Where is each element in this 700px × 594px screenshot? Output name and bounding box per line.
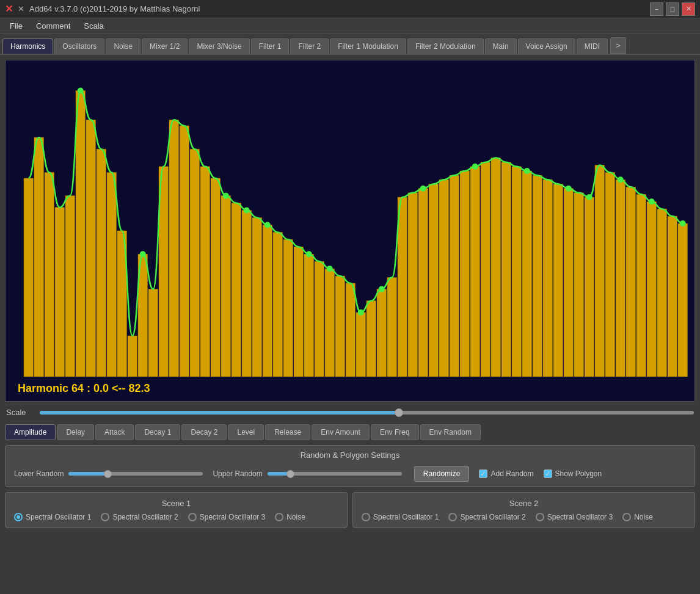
scene1-option-1[interactable]: Spectral Oscillator 2: [101, 513, 178, 521]
tab-midi[interactable]: MIDI: [577, 38, 608, 54]
show-polygon-group: ✓ Show Polygon: [544, 469, 602, 478]
scene2-option-2[interactable]: Spectral Oscillator 3: [536, 513, 613, 521]
show-polygon-label: Show Polygon: [555, 469, 602, 478]
bottom-tab-level[interactable]: Level: [228, 424, 264, 440]
upper-random-slider[interactable]: [268, 472, 402, 476]
scene2-label-2: Spectral Oscillator 3: [547, 513, 613, 521]
show-polygon-checkbox[interactable]: ✓: [544, 469, 552, 478]
lower-random-group: Lower Random: [14, 469, 203, 478]
scene2-box: Scene 2 Spectral Oscillator 1 Spectral O…: [352, 492, 695, 528]
bottom-tab-env-amount[interactable]: Env Amount: [312, 424, 370, 440]
scene1-label-3: Noise: [286, 513, 305, 521]
menu-file[interactable]: File: [4, 20, 29, 32]
scale-row: Scale: [5, 405, 695, 419]
tab-mixer-3noise[interactable]: Mixer 3/Noise: [189, 38, 249, 54]
scene2-label-0: Spectral Oscillator 1: [373, 513, 439, 521]
scene1-radio-2[interactable]: [188, 513, 197, 521]
bottom-tab-decay1[interactable]: Decay 1: [135, 424, 180, 440]
titlebar-controls: − □ ✕: [650, 2, 695, 16]
scene1-options: Spectral Oscillator 1 Spectral Oscillato…: [14, 513, 338, 521]
tab-filter2[interactable]: Filter 2: [290, 38, 329, 54]
main-content: Harmonic 64 : 0.0 <-- 82.3 Scale Amplitu…: [0, 55, 700, 533]
random-settings: Random & Polygon Settings Lower Random U…: [5, 445, 695, 487]
tab-mixer-12[interactable]: Mixer 1/2: [142, 38, 188, 54]
scene2-option-1[interactable]: Spectral Oscillator 2: [448, 513, 525, 521]
bottom-tabbar: Amplitude Delay Attack Decay 1 Decay 2 L…: [5, 424, 695, 440]
scale-slider[interactable]: [40, 411, 694, 415]
tab-noise[interactable]: Noise: [106, 38, 140, 54]
bottom-tab-attack[interactable]: Attack: [95, 424, 134, 440]
scene1-label-1: Spectral Oscillator 2: [112, 513, 178, 521]
tab-oscillators[interactable]: Oscillators: [54, 38, 104, 54]
scale-label: Scale: [6, 408, 34, 417]
bottom-tab-decay2[interactable]: Decay 2: [181, 424, 227, 440]
tab-voice-assign[interactable]: Voice Assign: [518, 38, 575, 54]
scene1-box: Scene 1 Spectral Oscillator 1 Spectral O…: [5, 492, 348, 528]
scene1-label-2: Spectral Oscillator 3: [200, 513, 265, 521]
close-button[interactable]: ✕: [682, 2, 695, 16]
scene1-radio-1[interactable]: [101, 513, 109, 521]
upper-random-group: Upper Random: [213, 469, 401, 478]
scene2-label-1: Spectral Oscillator 2: [460, 513, 525, 521]
tab-main[interactable]: Main: [485, 38, 517, 54]
menu-comment[interactable]: Comment: [30, 20, 76, 32]
scene1-option-0[interactable]: Spectral Oscillator 1: [14, 513, 91, 521]
app-logo: ✕: [5, 3, 13, 15]
lower-random-label: Lower Random: [14, 469, 64, 478]
titlebar-close-x[interactable]: ✕: [18, 4, 24, 13]
scene2-option-3[interactable]: Noise: [622, 513, 653, 521]
bottom-tab-env-random[interactable]: Env Random: [420, 424, 481, 440]
harmonic-label: Harmonic 64 : 0.0 <-- 82.3: [18, 382, 150, 395]
tabbar: Harmonics Oscillators Noise Mixer 1/2 Mi…: [0, 34, 700, 55]
tab-scroll-right[interactable]: >: [610, 37, 626, 54]
scene1-radio-0[interactable]: [14, 513, 23, 521]
add-random-label: Add Random: [490, 469, 533, 478]
bottom-tab-amplitude[interactable]: Amplitude: [5, 424, 56, 440]
randomize-button[interactable]: Randomize: [414, 466, 470, 482]
titlebar: ✕ ✕ Add64 v.3.7.0 (c)2011-2019 by Matthi…: [0, 0, 700, 18]
tab-filter1[interactable]: Filter 1: [251, 38, 290, 54]
scene1-option-2[interactable]: Spectral Oscillator 3: [188, 513, 265, 521]
random-settings-title: Random & Polygon Settings: [14, 451, 686, 460]
scene2-radio-3[interactable]: [622, 513, 631, 521]
titlebar-title: Add64 v.3.7.0 (c)2011-2019 by Matthias N…: [29, 4, 200, 13]
scene1-title: Scene 1: [14, 499, 338, 508]
scene2-title: Scene 2: [362, 499, 686, 508]
titlebar-left: ✕ ✕ Add64 v.3.7.0 (c)2011-2019 by Matthi…: [5, 3, 200, 15]
minimize-button[interactable]: −: [650, 2, 663, 16]
menubar: File Comment Scala: [0, 18, 700, 34]
lower-random-slider[interactable]: [68, 472, 203, 476]
scene2-options: Spectral Oscillator 1 Spectral Oscillato…: [362, 513, 686, 521]
scene1-label-0: Spectral Oscillator 1: [26, 513, 91, 521]
scene2-radio-2[interactable]: [536, 513, 544, 521]
tab-filter2-mod[interactable]: Filter 2 Modulation: [407, 38, 484, 54]
scene1-option-3[interactable]: Noise: [275, 513, 305, 521]
scene2-radio-1[interactable]: [448, 513, 457, 521]
scene2-radio-0[interactable]: [362, 513, 370, 521]
random-controls: Lower Random Upper Random Randomize ✓ Ad…: [14, 466, 686, 482]
bottom-tab-env-freq[interactable]: Env Freq: [371, 424, 419, 440]
add-random-checkbox[interactable]: ✓: [479, 469, 487, 478]
bottom-tab-delay[interactable]: Delay: [57, 424, 94, 440]
maximize-button[interactable]: □: [666, 2, 679, 16]
upper-random-label: Upper Random: [213, 469, 262, 478]
tab-filter1-mod[interactable]: Filter 1 Modulation: [330, 38, 406, 54]
scenes-row: Scene 1 Spectral Oscillator 1 Spectral O…: [5, 492, 695, 528]
scene2-label-3: Noise: [634, 513, 653, 521]
tab-harmonics[interactable]: Harmonics: [2, 38, 53, 54]
chart-canvas: [5, 60, 695, 401]
bottom-tab-release[interactable]: Release: [265, 424, 310, 440]
harmonics-chart[interactable]: Harmonic 64 : 0.0 <-- 82.3: [5, 60, 695, 402]
menu-scala[interactable]: Scala: [78, 20, 110, 32]
add-random-group: ✓ Add Random: [479, 469, 533, 478]
scene1-radio-3[interactable]: [275, 513, 283, 521]
scene2-option-0[interactable]: Spectral Oscillator 1: [362, 513, 439, 521]
